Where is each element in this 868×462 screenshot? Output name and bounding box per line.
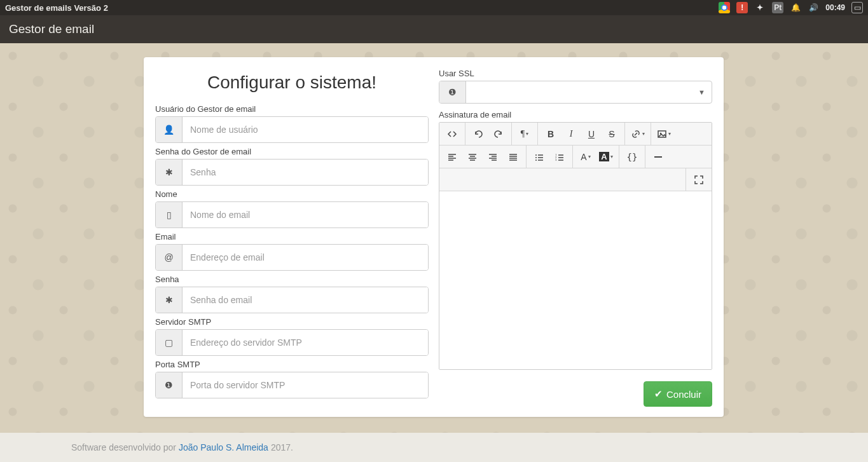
fullscreen-icon[interactable] — [689, 170, 709, 189]
svg-point-18 — [535, 154, 537, 156]
align-left-icon[interactable] — [442, 147, 462, 166]
name-input[interactable] — [183, 202, 428, 228]
align-center-icon[interactable] — [462, 147, 483, 166]
user-icon: 👤 — [156, 117, 183, 142]
redo-icon[interactable] — [488, 125, 509, 144]
volume-icon[interactable]: 🔊 — [808, 2, 819, 13]
footer-prefix: Software desenvolvido por — [71, 442, 176, 452]
password-input[interactable] — [183, 160, 428, 185]
italic-icon[interactable]: I — [561, 125, 581, 144]
paragraph-style-icon[interactable]: ¶ — [514, 125, 535, 144]
editor-content-area[interactable] — [439, 191, 712, 369]
editor-toolbar-row-2: 123 A A {} — [439, 146, 712, 168]
emailpass-label: Senha — [155, 275, 429, 284]
pin-icon[interactable]: ✦ — [754, 2, 766, 13]
horizontal-rule-icon[interactable] — [648, 147, 668, 166]
align-justify-icon[interactable] — [503, 147, 523, 166]
name-label: Nome — [155, 189, 429, 199]
at-icon: @ — [156, 245, 183, 270]
email-input[interactable] — [183, 245, 428, 270]
port-input[interactable] — [183, 372, 428, 398]
code-view-icon[interactable] — [442, 125, 462, 144]
signature-editor: ¶ B I U S — [439, 122, 712, 370]
form-heading: Configurar o sistema! — [155, 72, 429, 93]
port-label: Porta SMTP — [155, 360, 429, 369]
smtp-label: Servidor SMTP — [155, 317, 429, 327]
submit-button[interactable]: ✔ Concluir — [644, 381, 712, 407]
footer-year: 2017. — [271, 442, 293, 452]
password-input-group: ✱ — [155, 159, 429, 186]
image-icon[interactable] — [654, 125, 674, 144]
info-icon: ❶ — [156, 372, 183, 398]
underline-icon[interactable]: U — [581, 125, 602, 144]
asterisk-icon: ✱ — [156, 160, 183, 185]
ordered-list-icon[interactable]: 123 — [549, 147, 570, 166]
right-column: Usar SSL ❶ ▼ Assinatura de email ¶ B — [434, 66, 717, 407]
select-caret: ▼ — [466, 81, 712, 103]
clock[interactable]: 00:49 — [825, 3, 845, 12]
background-color-icon[interactable]: A — [596, 147, 616, 166]
emailpass-input[interactable] — [183, 287, 428, 313]
config-card: Configurar o sistema! Usuário do Gestor … — [144, 57, 724, 417]
smtp-input[interactable] — [183, 330, 428, 355]
window-title: Gestor de emails Versão 2 — [5, 3, 108, 13]
code-braces-icon[interactable]: {} — [622, 147, 642, 166]
svg-text:3: 3 — [555, 158, 557, 161]
window-menu-icon[interactable]: ▭ — [851, 2, 863, 13]
email-label: Email — [155, 232, 429, 241]
ssl-select[interactable]: ❶ ▼ — [439, 81, 712, 104]
user-input-group: 👤 — [155, 116, 429, 143]
password-label: Senha do Gestor de email — [155, 147, 429, 156]
left-column: Configurar o sistema! Usuário do Gestor … — [150, 66, 434, 407]
align-right-icon[interactable] — [483, 147, 503, 166]
bold-icon[interactable]: B — [541, 125, 561, 144]
user-label: Usuário do Gestor de email — [155, 104, 429, 114]
submit-button-label: Concluir — [666, 389, 701, 400]
app-header: Gestor de email — [0, 15, 868, 43]
strikethrough-icon[interactable]: S — [602, 125, 622, 144]
editor-toolbar-row-1: ¶ B I U S — [439, 123, 712, 146]
info-icon: ❶ — [439, 81, 466, 103]
font-color-icon[interactable]: A — [575, 147, 596, 166]
inbox-icon: ▢ — [156, 330, 183, 355]
check-circle-icon: ✔ — [654, 388, 663, 400]
notification-bell-icon[interactable]: 🔔 — [790, 2, 801, 13]
svg-point-19 — [535, 157, 537, 158]
link-icon[interactable] — [628, 125, 648, 144]
editor-toolbar-row-3 — [439, 168, 712, 191]
chrome-icon[interactable] — [719, 2, 730, 13]
asterisk-icon: ✱ — [156, 287, 183, 313]
book-icon: ▯ — [156, 202, 183, 228]
window-titlebar: Gestor de emails Versão 2 ! ✦ Pt 🔔 🔊 00:… — [0, 0, 868, 15]
footer-author-link[interactable]: João Paulo S. Almeida — [179, 442, 268, 452]
name-input-group: ▯ — [155, 201, 429, 228]
smtp-input-group: ▢ — [155, 329, 429, 356]
user-input[interactable] — [183, 117, 428, 142]
undo-icon[interactable] — [468, 125, 488, 144]
port-input-group: ❶ — [155, 372, 429, 398]
keyboard-layout-indicator[interactable]: Pt — [772, 2, 783, 13]
unordered-list-icon[interactable] — [529, 147, 549, 166]
signature-label: Assinatura de email — [439, 110, 712, 119]
email-input-group: @ — [155, 244, 429, 271]
alert-icon[interactable]: ! — [736, 2, 748, 13]
svg-point-20 — [535, 160, 537, 161]
emailpass-input-group: ✱ — [155, 287, 429, 313]
footer: Software desenvolvido por João Paulo S. … — [0, 433, 868, 462]
ssl-label: Usar SSL — [439, 69, 712, 78]
app-title: Gestor de email — [9, 22, 94, 36]
